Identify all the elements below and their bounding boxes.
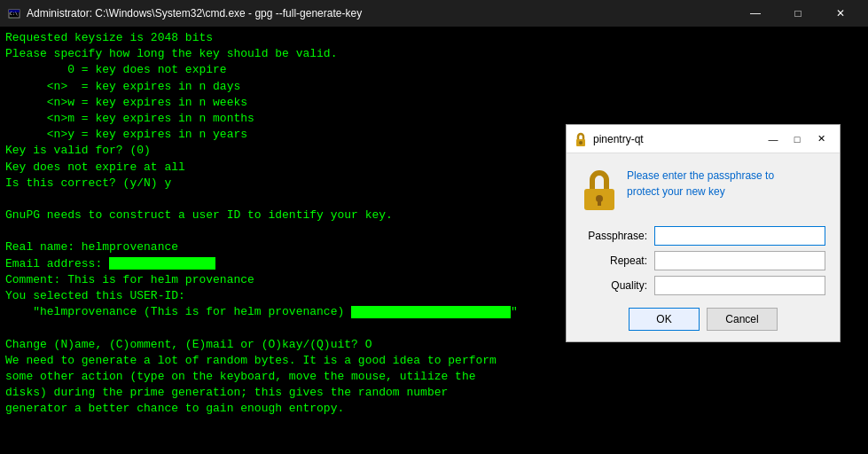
svg-rect-8 [598,200,601,206]
pinentry-title: pinentry-qt [593,133,756,145]
repeat-row: Repeat: [581,251,825,270]
pinentry-lock-icon [574,132,588,146]
passphrase-label: Passphrase: [581,230,647,242]
cmd-line-22: some other action (type on the keyboard,… [5,369,863,385]
cmd-line-2: Please specify how long the key should b… [5,46,863,62]
pin-padlock-icon [581,168,618,214]
pinentry-controls: — □ ✕ [762,129,833,149]
cmd-line-24: generator a better chance to gain enough… [5,401,863,417]
quality-label: Quality: [581,279,647,292]
cancel-button[interactable]: Cancel [707,308,778,331]
passphrase-input[interactable] [654,226,825,246]
repeat-label: Repeat: [581,254,647,267]
cmd-maximize-button[interactable]: □ [778,0,818,27]
svg-point-5 [579,141,583,145]
pin-buttons: OK Cancel [581,308,825,331]
pin-message-row: Please enter the passphrase to protect y… [581,168,825,214]
passphrase-row: Passphrase: [581,226,825,246]
cmd-icon: C:\ _ [7,6,21,20]
cmd-close-button[interactable]: ✕ [820,0,861,27]
pinentry-maximize-button[interactable]: □ [786,129,809,149]
cmd-titlebar: C:\ _ Administrator: C:\Windows\System32… [0,0,868,27]
cmd-line-4: <n> = key expires in n days [5,79,863,95]
email-redacted [109,257,215,270]
pinentry-minimize-button[interactable]: — [762,129,785,149]
pinentry-titlebar: pinentry-qt — □ ✕ [567,125,840,153]
cmd-controls: — □ ✕ [735,0,861,27]
cmd-line-1: Requested keysize is 2048 bits [5,30,863,46]
pin-message-line2: protect your new key [627,185,725,198]
pin-fields: Passphrase: Repeat: Quality: [581,226,825,295]
pinentry-dialog: pinentry-qt — □ ✕ Please [566,124,841,342]
userid-redacted [351,306,511,318]
cmd-line-21: We need to generate a lot of random byte… [5,353,863,369]
cmd-minimize-button[interactable]: — [735,0,776,27]
cmd-line-3: 0 = key does not expire [5,62,863,78]
cmd-title: Administrator: C:\Windows\System32\cmd.e… [27,7,730,20]
cmd-line-23: disks) during the prime generation; this… [5,385,863,401]
ok-button[interactable]: OK [629,308,700,331]
quality-bar [654,276,825,295]
cmd-line-5: <n>w = key expires in n weeks [5,95,863,111]
repeat-input[interactable] [654,251,825,270]
quality-row: Quality: [581,276,825,295]
pin-message: Please enter the passphrase to protect y… [627,168,774,200]
pin-message-line1: Please enter the passphrase to [627,169,774,182]
pinentry-body: Please enter the passphrase to protect y… [567,153,840,341]
pinentry-close-button[interactable]: ✕ [809,129,833,149]
